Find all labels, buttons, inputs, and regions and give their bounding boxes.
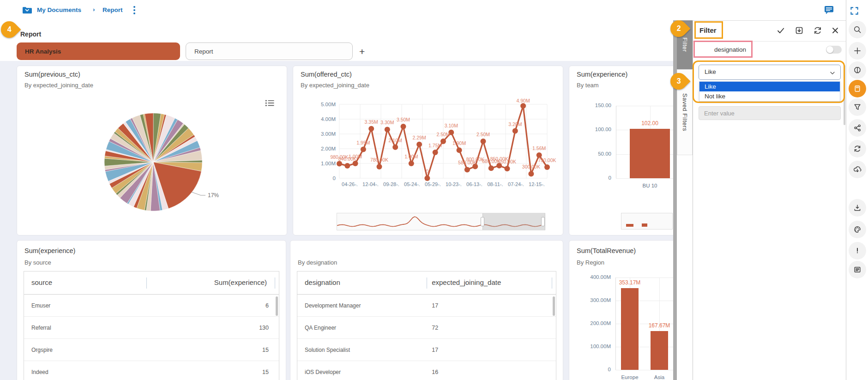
operator-select[interactable]: Like: [699, 65, 841, 80]
y-tick: 0: [583, 367, 611, 372]
option-like[interactable]: Like: [699, 82, 840, 91]
close-icon[interactable]: [830, 25, 841, 36]
range-selector-left-handle[interactable]: [481, 217, 484, 226]
svg-text:10-23-.: 10-23-.: [446, 181, 462, 187]
svg-text:1.00M: 1.00M: [404, 154, 418, 159]
share-icon[interactable]: [849, 119, 866, 137]
alert-icon[interactable]: [849, 242, 866, 259]
tab-hr-analysis[interactable]: HR Analysis: [17, 42, 180, 60]
table-row[interactable]: Solution Specialist17: [297, 339, 556, 361]
option-not-like[interactable]: Not like: [699, 91, 840, 101]
range-selector-selection[interactable]: [482, 213, 545, 230]
svg-text:17%: 17%: [208, 192, 219, 199]
chevron-down-icon: [829, 70, 836, 76]
widget-offered-ctc-line: Sum(offered_ctc) By expected_joining_dat…: [293, 66, 563, 235]
svg-text:2.10M: 2.10M: [389, 138, 402, 143]
range-selector-right-handle[interactable]: [541, 217, 545, 226]
range-selector[interactable]: [337, 213, 545, 230]
bar-BU 10[interactable]: [630, 129, 670, 178]
cloud-download-icon[interactable]: [849, 161, 866, 178]
column-header-designation[interactable]: designation: [305, 278, 340, 286]
table-row[interactable]: Referral130: [24, 317, 279, 339]
widget-subtitle: By designation: [298, 259, 337, 266]
pie-chart[interactable]: 17%: [17, 95, 288, 233]
svg-text:780.00K: 780.00K: [370, 157, 388, 163]
breadcrumb-root[interactable]: My Documents: [37, 6, 81, 13]
table-row[interactable]: Indeed15: [24, 361, 279, 380]
bar-value-label: 353.17M: [602, 279, 657, 286]
cell-label: Orgspire: [31, 347, 53, 353]
cell-label: Emuser: [31, 302, 50, 309]
column-header-sum-experience[interactable]: Sum(experience): [214, 278, 267, 286]
cell-label: iOS Developer: [305, 369, 341, 375]
svg-text:2.29M: 2.29M: [413, 135, 426, 140]
bar-Asia[interactable]: [651, 331, 668, 370]
column-divider[interactable]: [552, 277, 552, 289]
filter-value-input[interactable]: [699, 106, 841, 120]
svg-text:0: 0: [333, 175, 336, 181]
svg-text:05-29-.: 05-29-.: [425, 181, 441, 187]
fullscreen-icon[interactable]: [850, 6, 859, 15]
table-body: Emuser6Referral130Orgspire15Indeed15: [24, 295, 279, 380]
panel-scrollbar[interactable]: [844, 65, 845, 125]
column-header-source[interactable]: source: [31, 278, 52, 286]
palette-icon[interactable]: [849, 221, 866, 238]
column-divider[interactable]: [427, 277, 427, 289]
bi-dashboard-window: My Documents › Report Report HR Analysis…: [0, 0, 868, 380]
table-row[interactable]: QA Engineer72: [297, 317, 556, 339]
insights-icon[interactable]: [849, 61, 866, 79]
folder-icon[interactable]: [22, 6, 32, 14]
y-tick: 100.00: [584, 127, 611, 132]
refresh-icon[interactable]: [812, 25, 823, 36]
svg-text:04-26-.: 04-26-.: [342, 181, 358, 187]
breadcrumb-current[interactable]: Report: [102, 6, 123, 13]
y-tick: 100.00M: [583, 344, 611, 349]
comments-icon[interactable]: [824, 6, 834, 15]
table-row[interactable]: iOS Developer16: [297, 361, 556, 380]
toggle-knob: [826, 46, 833, 53]
card-icon[interactable]: [849, 80, 866, 97]
table-row[interactable]: Development Manager17: [297, 295, 556, 317]
search-icon[interactable]: [849, 21, 866, 38]
tab-report[interactable]: Report: [186, 42, 353, 60]
cell-value: 15: [262, 347, 269, 353]
kebab-menu-icon[interactable]: [133, 6, 136, 15]
add-tab-button[interactable]: +: [359, 47, 365, 56]
widget-previous-ctc-pie: Sum(previous_ctc) By expected_joining_da…: [17, 66, 287, 235]
table-scrollbar[interactable]: [553, 296, 555, 316]
column-header-expected-joining-date[interactable]: expected_joining_date: [432, 278, 501, 286]
notes-icon[interactable]: [849, 261, 866, 278]
svg-text:0: 0: [426, 169, 428, 174]
cell-label: Solution Specialist: [305, 347, 350, 353]
y-tick: 50.00: [584, 151, 611, 157]
add-icon[interactable]: [849, 42, 866, 60]
table-scrollbar[interactable]: [276, 296, 278, 316]
widget-subtitle: By expected_joining_date: [24, 82, 93, 89]
cell-value: 6: [265, 302, 269, 309]
refresh-icon[interactable]: [849, 140, 866, 157]
save-download-icon[interactable]: [794, 25, 805, 36]
apply-check-icon[interactable]: [775, 25, 786, 36]
mini-range-selector[interactable]: [621, 213, 673, 229]
table-row[interactable]: Emuser6: [24, 295, 279, 317]
filter-field-name[interactable]: designation: [714, 46, 746, 53]
svg-text:2.00M: 2.00M: [321, 146, 336, 151]
column-divider[interactable]: [146, 277, 147, 289]
bar-Europe[interactable]: [621, 288, 639, 370]
table-row[interactable]: Orgspire15: [24, 339, 279, 361]
filter-icon[interactable]: [849, 98, 866, 116]
table-header[interactable]: designation expected_joining_date: [297, 271, 556, 295]
cell-label: QA Engineer: [305, 325, 336, 331]
top-navigation-bar: My Documents › Report: [0, 0, 846, 20]
filter-toggle[interactable]: [826, 46, 842, 54]
widget-subtitle: By expected_joining_date: [301, 82, 369, 89]
y-tick: 0: [584, 175, 611, 181]
bar-value-label: 102.00: [622, 120, 674, 127]
download-icon[interactable]: [849, 199, 866, 217]
table-header[interactable]: source Sum(experience): [24, 271, 279, 295]
svg-text:650.00K: 650.00K: [498, 159, 516, 164]
tab-saved-filters-label: Saved Filters: [681, 93, 688, 131]
column-divider[interactable]: [275, 277, 275, 289]
y-tick: 400.00M: [583, 274, 611, 280]
line-chart[interactable]: 5.00M4.00M3.00M2.00M1.00M004-26-.12-04-.…: [312, 98, 556, 191]
